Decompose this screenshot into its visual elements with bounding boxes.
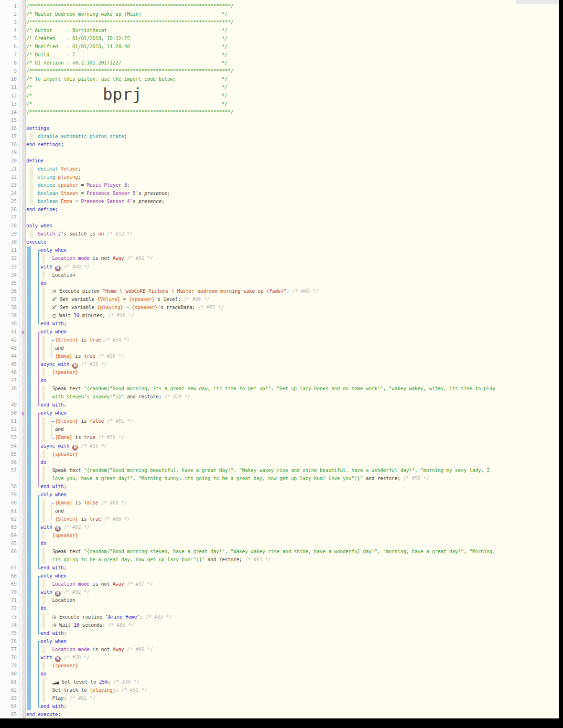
gutter-marker bbox=[20, 352, 26, 360]
line-number: 27 bbox=[0, 214, 20, 222]
code-token: Speak text bbox=[52, 468, 84, 473]
code-text: ◷ Execute routine "Arive Home"; /* #33 *… bbox=[26, 613, 559, 621]
code-token: = bbox=[123, 305, 132, 310]
code-text: boolean Emma = Presence Sensor 4's prese… bbox=[26, 197, 559, 205]
code-token: /* Master bedroom morning wake up (Main) bbox=[26, 11, 141, 17]
code-line: 17 disable automatic piston state; bbox=[0, 132, 559, 140]
code-token: Speak text bbox=[52, 386, 84, 391]
code-token: end with; bbox=[41, 484, 66, 489]
code-text: Speak text "{random("Good morning, its a… bbox=[26, 385, 559, 393]
code-text: boolean Steven = Presence Sensor 5's pre… bbox=[26, 189, 559, 197]
gutter-marker bbox=[20, 556, 26, 564]
code-token: /* #97 */ bbox=[124, 581, 153, 587]
line-number: 45 bbox=[0, 360, 20, 368]
line-number: 49 bbox=[0, 401, 20, 409]
code-token: ; bbox=[78, 174, 81, 180]
code-line: 36 ◷ Execute piston "Home \ webCoRE Pist… bbox=[0, 287, 559, 295]
gutter-marker bbox=[20, 238, 26, 246]
line-number: 23 bbox=[0, 181, 20, 189]
code-token: presence bbox=[139, 199, 162, 204]
gutter-marker bbox=[20, 580, 26, 588]
code-line: love you, have a great day!", "Morning h… bbox=[0, 474, 559, 482]
scrollbar-notch bbox=[516, 0, 559, 4]
code-token: is not bbox=[89, 647, 112, 652]
gutter-marker bbox=[20, 523, 26, 531]
code-text: {Emma} is false /* #68 */ bbox=[26, 499, 559, 507]
line-number: 38 bbox=[0, 303, 20, 311]
gutter-marker bbox=[20, 401, 26, 409]
code-text: and bbox=[26, 344, 559, 352]
code-token: {Steven} bbox=[55, 418, 78, 424]
code-line: 58 end with; bbox=[0, 482, 559, 491]
code-token: 's bbox=[158, 305, 166, 310]
gutter-marker bbox=[20, 539, 26, 547]
code-line: 50ψ only when bbox=[0, 409, 559, 417]
code-token: {speaker} bbox=[52, 533, 78, 538]
gutter-marker bbox=[20, 507, 26, 515]
gutter-marker bbox=[20, 686, 26, 694]
code-token: {playing} bbox=[89, 687, 115, 693]
gutter-marker bbox=[20, 51, 26, 59]
code-line: 18end settings; bbox=[0, 140, 559, 149]
code-line: 31 only when bbox=[0, 246, 559, 254]
gutter-marker bbox=[20, 197, 26, 205]
code-token: /***************************************… bbox=[26, 3, 233, 9]
line-number: 60 bbox=[0, 499, 20, 507]
code-line: 72 do bbox=[0, 604, 559, 612]
code-line: 19 bbox=[0, 149, 559, 157]
gutter-marker bbox=[20, 482, 26, 491]
code-line: 48 Speak text "{random("Good morning, it… bbox=[0, 385, 559, 393]
code-token: {speaker} bbox=[132, 305, 158, 310]
code-line: 30execute bbox=[0, 238, 559, 246]
line-number: 85 bbox=[0, 710, 20, 718]
line-number: 13 bbox=[0, 100, 20, 108]
code-line: 56 do bbox=[0, 458, 559, 466]
clock-icon: ◷ bbox=[52, 614, 56, 620]
line-number: 22 bbox=[0, 173, 20, 181]
code-text: Switch 2's switch is on /* #12 */ bbox=[26, 230, 559, 238]
code-lines-container: 1/**************************************… bbox=[0, 2, 559, 718]
code-token: Presence Sensor 4 bbox=[81, 199, 130, 204]
code-text: only when bbox=[26, 572, 559, 580]
code-line: 80 do bbox=[0, 670, 559, 678]
gutter-marker bbox=[20, 100, 26, 108]
code-token: is bbox=[72, 500, 84, 505]
code-line: 66 Speak text "{random("Good morning ste… bbox=[0, 547, 559, 556]
code-text: love you, have a great day!", "Morning h… bbox=[26, 474, 559, 482]
line-number: 67 bbox=[0, 564, 20, 572]
code-token: /* #33 */ bbox=[143, 614, 172, 620]
code-text: Play; /* #82 */ bbox=[26, 694, 559, 702]
gutter-marker bbox=[20, 376, 26, 385]
gutter-marker bbox=[20, 670, 26, 678]
code-line: 32 Location mode is not Away /* #92 */ bbox=[0, 254, 559, 262]
code-token: Set variable bbox=[57, 305, 97, 310]
line-number: 24 bbox=[0, 189, 20, 197]
code-text: x² Set variable {playing} = {speaker}'s … bbox=[26, 303, 559, 311]
line-number: 51 bbox=[0, 417, 20, 425]
code-line: 68 only when bbox=[0, 572, 559, 580]
comment-tail: */ bbox=[222, 10, 227, 18]
code-token: string bbox=[38, 174, 58, 180]
code-token: end execute; bbox=[26, 712, 61, 717]
gutter-marker bbox=[20, 588, 26, 596]
line-number: 16 bbox=[0, 124, 20, 132]
code-token: ; bbox=[124, 134, 127, 139]
code-token: /* #70 */ bbox=[61, 655, 89, 660]
gutter-marker bbox=[20, 311, 26, 320]
code-token: only when bbox=[41, 639, 66, 644]
line-number: 42 bbox=[0, 336, 20, 344]
code-token: /* #12 */ bbox=[104, 231, 133, 236]
line-number: 2 bbox=[0, 10, 20, 18]
piston-code-editor[interactable]: 1/**************************************… bbox=[0, 0, 559, 718]
code-token: Location bbox=[52, 272, 75, 278]
code-token: ; bbox=[127, 182, 130, 188]
code-token: and bbox=[55, 508, 64, 514]
gutter-marker bbox=[20, 694, 26, 702]
code-line: 40 end with; bbox=[0, 320, 559, 328]
code-line: 42 {Steven} is true /* #54 */ bbox=[0, 336, 559, 344]
line-number: 58 bbox=[0, 482, 20, 491]
code-line: 27 bbox=[0, 214, 559, 222]
code-token: 30 bbox=[74, 313, 79, 318]
code-token: end with; bbox=[41, 565, 66, 570]
gutter-marker bbox=[20, 629, 26, 637]
